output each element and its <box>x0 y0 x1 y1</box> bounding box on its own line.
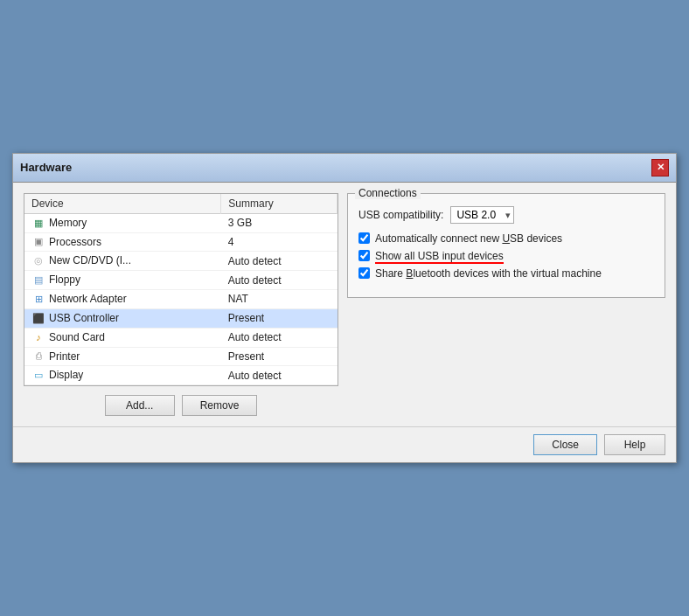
device-list: ▦Memory3 GB▣Processors4◎New CD/DVD (I...… <box>24 213 338 384</box>
dialog-footer: Close Help <box>13 426 676 462</box>
device-name-cell: ▤Floppy <box>24 271 221 290</box>
device-name-cell: ⬛USB Controller <box>24 308 221 328</box>
cdrom-icon: ◎ <box>31 255 45 267</box>
device-summary: Auto detect <box>221 328 338 347</box>
device-summary: Auto detect <box>221 366 338 385</box>
usb-compat-select[interactable]: USB 1.1 USB 2.0 USB 3.0 <box>450 206 514 224</box>
device-summary: NAT <box>221 290 338 309</box>
col-device: Device <box>24 194 221 214</box>
title-bar: Hardware ✕ <box>13 154 676 183</box>
table-row[interactable]: ⎙PrinterPresent <box>24 347 338 366</box>
checkbox-row-1: Automatically connect new USB devices <box>358 232 654 245</box>
usb-compat-row: USB compatibility: USB 1.1 USB 2.0 USB 3… <box>358 206 654 224</box>
usb-icon: ⬛ <box>31 313 45 325</box>
connections-group: Connections USB compatibility: USB 1.1 U… <box>347 193 665 298</box>
printer-icon: ⎙ <box>31 350 45 363</box>
add-button[interactable]: Add... <box>105 395 175 416</box>
table-header-row: Device Summary <box>24 194 338 214</box>
dialog-title: Hardware <box>20 161 72 174</box>
table-header: Device Summary <box>24 194 338 214</box>
close-button[interactable]: Close <box>533 434 597 455</box>
checkbox-row-2: Show all USB input devices <box>358 250 654 262</box>
device-name: Network Adapter <box>49 293 127 305</box>
dialog-body: Device Summary ▦Memory3 GB▣Processors4◎N… <box>13 183 676 426</box>
auto-connect-checkbox[interactable] <box>358 232 370 244</box>
floppy-icon: ▤ <box>31 274 45 287</box>
table-row[interactable]: ⊞Network AdapterNAT <box>24 290 338 309</box>
bt-underline: B <box>406 267 413 280</box>
device-name-cell: ♪Sound Card <box>24 328 221 347</box>
device-name: Floppy <box>49 273 80 286</box>
device-summary: Auto detect <box>221 252 338 271</box>
device-name: New CD/DVD (I... <box>49 254 131 266</box>
sound-icon: ♪ <box>31 332 45 344</box>
usb-underline: U <box>502 232 510 245</box>
usb-compat-label: USB compatibility: <box>358 209 443 221</box>
device-table-container: Device Summary ▦Memory3 GB▣Processors4◎N… <box>24 193 338 386</box>
device-summary: Auto detect <box>221 271 338 290</box>
device-summary: Present <box>221 308 338 328</box>
table-row[interactable]: ▤FloppyAuto detect <box>24 271 338 290</box>
device-name: Sound Card <box>49 331 105 343</box>
col-summary: Summary <box>221 194 338 214</box>
show-usb-text: Show all USB input devices <box>375 250 504 264</box>
show-usb-checkbox[interactable] <box>358 250 370 261</box>
device-name: Display <box>49 369 83 381</box>
help-button[interactable]: Help <box>604 434 665 455</box>
network-icon: ⊞ <box>31 294 45 306</box>
table-row[interactable]: ⬛USB ControllerPresent <box>24 308 338 328</box>
table-row[interactable]: ▣Processors4 <box>24 232 338 252</box>
device-name: Processors <box>49 236 101 248</box>
table-row[interactable]: ◎New CD/DVD (I...Auto detect <box>24 252 338 271</box>
right-panel: Connections USB compatibility: USB 1.1 U… <box>347 193 665 416</box>
device-buttons: Add... Remove <box>24 395 338 416</box>
device-summary: 4 <box>221 232 338 252</box>
close-icon[interactable]: ✕ <box>651 159 669 176</box>
remove-button[interactable]: Remove <box>182 395 258 416</box>
device-name: Memory <box>49 217 87 229</box>
table-row[interactable]: ▭DisplayAuto detect <box>24 366 338 385</box>
device-table: Device Summary ▦Memory3 GB▣Processors4◎N… <box>24 194 338 385</box>
checkbox-row-3: Share Bluetooth devices with the virtual… <box>358 267 654 280</box>
usb-compat-select-wrapper: USB 1.1 USB 2.0 USB 3.0 <box>450 206 514 224</box>
table-row[interactable]: ▦Memory3 GB <box>24 213 338 232</box>
device-name-cell: ▭Display <box>24 366 221 385</box>
device-name: Printer <box>49 350 80 363</box>
cpu-icon: ▣ <box>31 236 45 248</box>
display-icon: ▭ <box>31 370 45 382</box>
connections-legend: Connections <box>355 187 421 199</box>
device-name-cell: ⊞Network Adapter <box>24 290 221 309</box>
device-summary: Present <box>221 347 338 366</box>
hardware-dialog: Hardware ✕ Device Summary ▦Memory3 GB▣Pr… <box>12 153 677 463</box>
device-name: USB Controller <box>49 312 119 324</box>
table-row[interactable]: ♪Sound CardAuto detect <box>24 328 338 347</box>
bluetooth-label: Share Bluetooth devices with the virtual… <box>375 267 602 280</box>
memory-icon: ▦ <box>31 218 45 230</box>
device-name-cell: ◎New CD/DVD (I... <box>24 252 221 271</box>
device-name-cell: ▣Processors <box>24 232 221 252</box>
device-name-cell: ⎙Printer <box>24 347 221 366</box>
device-summary: 3 GB <box>221 213 338 232</box>
left-panel: Device Summary ▦Memory3 GB▣Processors4◎N… <box>24 193 338 416</box>
show-usb-label: Show all USB input devices <box>375 250 504 262</box>
auto-connect-label: Automatically connect new USB devices <box>375 232 562 245</box>
device-name-cell: ▦Memory <box>24 213 221 232</box>
bluetooth-checkbox[interactable] <box>358 267 370 279</box>
